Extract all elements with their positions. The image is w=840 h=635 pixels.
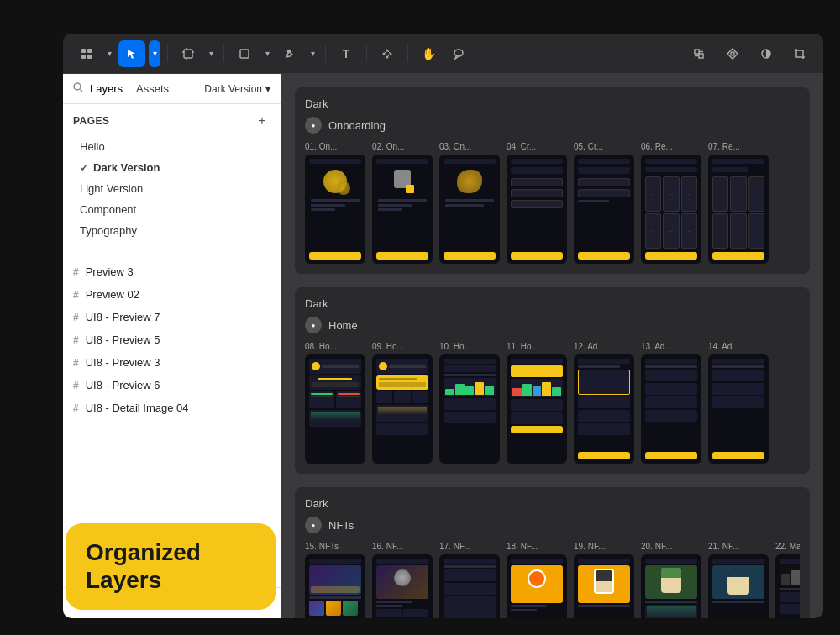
screens-row-2: 08. Ho... [305,342,800,464]
pen2-tool[interactable] [719,40,746,67]
screen-label-06: 06. Re... [641,142,701,151]
pages-title: Pages [73,115,110,127]
toolbar-sep1 [167,45,168,62]
shape-tool[interactable] [231,40,258,67]
select-dropdown[interactable]: ▾ [149,40,160,67]
transform-tool[interactable] [685,40,712,67]
svg-line-17 [387,54,391,57]
screen-label-16: 16. NF... [372,542,433,551]
layer-item-ui8-preview5[interactable]: # UI8 - Preview 5 [63,328,281,351]
grid-tool[interactable] [73,40,100,67]
svg-line-15 [384,50,387,54]
layer-item-preview3[interactable]: # Preview 3 [63,260,281,283]
pen-tool[interactable] [276,40,303,67]
page-item-component[interactable]: Component [73,199,270,220]
layers-list: # Preview 3 # Preview 02 # UI8 - Preview… [63,260,281,419]
screen-card-04: 04. Cr... [507,142,567,264]
toolbar-sep5 [407,45,408,62]
screen-thumb-08 [305,354,365,464]
section2-icon: ● [305,317,322,333]
screen-thumb-03 [439,155,500,264]
bottom-label-text: Organized Layers [86,539,201,594]
screen-label-14: 14. Ad... [708,342,769,351]
svg-rect-21 [699,54,703,58]
component-tool[interactable] [374,40,401,67]
section-onboarding: Dark ● Onboarding 01. On... [295,87,810,274]
page-label-dark: Dark Version [93,161,160,174]
screen-label-17: 17. NF... [439,542,500,551]
dark-version-btn[interactable]: Dark Version ▾ [204,83,270,95]
screen-card-11: 11. Ho... [507,342,567,464]
screen-label-11: 11. Ho... [507,342,567,351]
screen-label-19: 19. NF... [574,542,634,551]
screen-label-04: 04. Cr... [507,142,567,151]
screen-card-09: 09. Ho... [372,342,433,464]
contrast-tool[interactable] [753,40,780,67]
screen-card-15: 15. NFTs [305,542,365,618]
layer-item-ui8-preview7[interactable]: # UI8 - Preview 7 [63,306,281,328]
screen-thumb-07 [708,155,769,264]
frame-dropdown[interactable]: ▾ [205,40,217,67]
screen-thumb-05 [574,155,634,264]
page-item-hello[interactable]: Hello [73,136,270,157]
section2-name: Home [328,319,358,332]
screen-card-17: 17. NF... [439,542,500,618]
screen-card-16: 16. NF... [372,542,433,618]
page-label-typography: Typography [80,224,137,237]
layer-item-preview02[interactable]: # Preview 02 [63,283,281,306]
screen-thumb-21 [708,554,769,618]
layer-hash-icon: # [73,266,79,278]
toolbar-right [685,40,813,67]
layer-label-ui8-preview7: UI8 - Preview 7 [86,311,160,323]
page-item-dark[interactable]: ✓ Dark Version [73,157,270,178]
screen-card-08: 08. Ho... [305,342,365,464]
screen-card-01: 01. On... [305,142,365,264]
layer-hash-icon: # [73,334,79,346]
screen-label-18: 18. NF... [507,542,567,551]
section-home: Dark ● Home 08. Ho... [295,287,810,474]
canvas-area[interactable]: Dark ● Onboarding 01. On... [281,74,823,618]
toolbar: ▾ ▾ ▾ [63,34,823,74]
layer-label-ui8-preview3: UI8 - Preview 3 [86,356,160,369]
svg-line-16 [387,50,391,54]
section1-label: Dark [305,97,800,110]
screen-card-22: 22. Ma... [775,542,800,618]
screen-label-15: 15. NFTs [305,542,365,551]
tab-assets[interactable]: Assets [136,82,169,95]
page-label-component: Component [80,203,136,216]
svg-point-24 [731,52,734,55]
screen-label-20: 20. NF... [641,542,701,551]
screen-thumb-22 [775,554,800,618]
section3-title-row: ● NFTs [305,517,800,533]
page-item-typography[interactable]: Typography [73,220,270,241]
shape-dropdown[interactable]: ▾ [261,40,273,67]
grid-dropdown[interactable]: ▾ [103,40,115,67]
section1-name: Onboarding [328,119,386,132]
tab-layers[interactable]: Layers [90,82,123,95]
canvas-content: Dark ● Onboarding 01. On... [295,87,810,618]
screen-thumb-20 [641,554,701,618]
layer-item-ui8-preview6[interactable]: # UI8 - Preview 6 [63,374,281,396]
section-nfts: Dark ● NFTs 15. NFTs [295,487,810,618]
screen-card-07: 07. Re... [708,142,769,264]
layer-label-preview3: Preview 3 [86,265,134,278]
comment-tool[interactable] [445,40,472,67]
hand-tool[interactable]: ✋ [415,40,442,67]
toolbar-left: ▾ ▾ ▾ [73,40,682,67]
screen-label-22: 22. Ma... [775,542,800,551]
text-tool[interactable]: T [333,40,360,67]
pen-dropdown[interactable]: ▾ [307,40,318,67]
layer-item-ui8-preview3[interactable]: # UI8 - Preview 3 [63,351,281,374]
section1-icon: ● [305,117,322,134]
dark-version-label: Dark Version [204,83,262,95]
crop-tool[interactable] [786,40,813,67]
frame-tool[interactable] [175,40,202,67]
select-tool[interactable] [118,40,145,67]
screen-card-21: 21. NF... [708,542,769,618]
screen-label-12: 12. Ad... [574,342,634,351]
layer-item-ui8-detail04[interactable]: # UI8 - Detail Image 04 [63,396,281,419]
screen-thumb-02 [372,155,433,264]
add-page-button[interactable]: + [254,113,270,129]
section1-title-row: ● Onboarding [305,117,800,134]
page-item-light[interactable]: Light Version [73,178,270,199]
